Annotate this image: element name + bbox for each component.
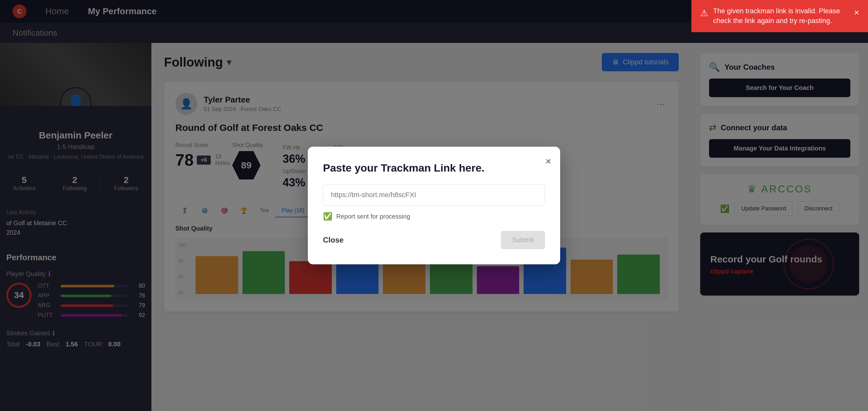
trackman-link-input[interactable] (323, 184, 545, 205)
modal-success-message: ✅ Report sent for processing (323, 212, 545, 221)
modal-close-x-button[interactable]: × (545, 156, 551, 167)
warning-icon: ⚠ (700, 7, 708, 19)
modal-overlay[interactable]: Paste your Trackman Link here. × ✅ Repor… (0, 0, 868, 411)
modal-title: Paste your Trackman Link here. (323, 162, 545, 174)
modal-close-button[interactable]: Close (323, 235, 343, 245)
toast-close-button[interactable]: × (854, 6, 859, 19)
success-icon: ✅ (323, 212, 333, 221)
modal-submit-button[interactable]: Submit (501, 231, 545, 249)
modal-footer: Close Submit (323, 231, 545, 249)
error-toast: ⚠ The given trackman link is invalid. Pl… (691, 0, 868, 32)
trackman-modal: Paste your Trackman Link here. × ✅ Repor… (308, 147, 560, 264)
